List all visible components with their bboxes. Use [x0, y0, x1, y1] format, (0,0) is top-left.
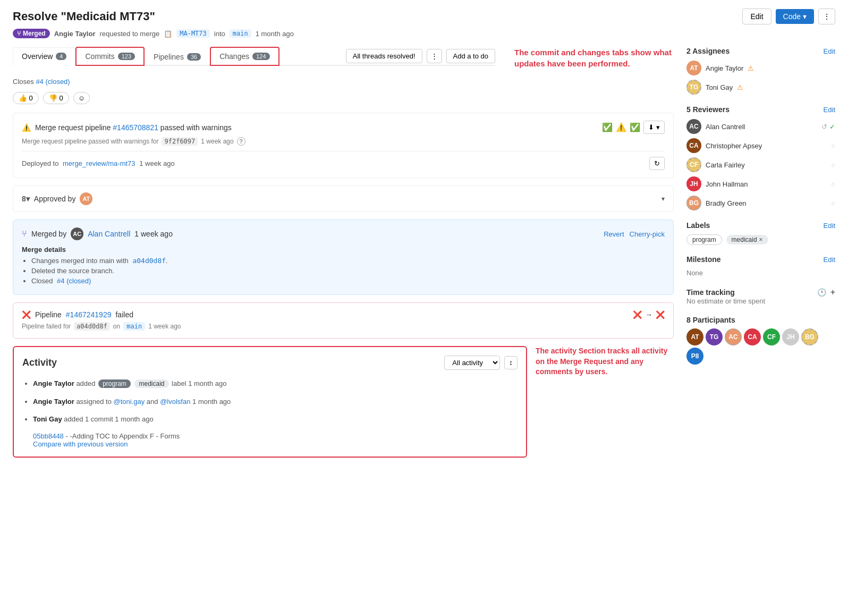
commit-detail: 05bb8448 - -Adding TOC to Appendix F - F…: [22, 432, 518, 448]
warning-icon: ⚠️: [22, 123, 31, 132]
milestone-title: Milestone: [686, 255, 721, 264]
meta-user: Angie Taylor: [54, 30, 96, 38]
assignee-avatar-2: TG: [686, 80, 701, 95]
participants-row: AT TG AC CA CF JH BG P8: [686, 328, 835, 365]
add-time-button[interactable]: +: [830, 288, 835, 297]
pipeline-link[interactable]: #1465708821: [113, 123, 158, 132]
chevron-down-icon: ▾: [803, 12, 807, 21]
failed-commit-hash[interactable]: a04d0d8f: [74, 322, 110, 331]
label-chip-medicaid: medicaid ×: [726, 235, 768, 244]
merged-badge: ⑂ Merged: [13, 29, 50, 38]
compare-link[interactable]: Compare with previous version: [33, 440, 128, 448]
tab-pipelines[interactable]: Pipelines 36: [145, 48, 210, 65]
tabs-annotation: The commit and changes tabs show what up…: [514, 47, 674, 69]
status-orange-icon: ⚠️: [616, 122, 626, 132]
fail-dot-left: ❌: [633, 310, 642, 319]
status-green2-icon: ✅: [630, 122, 640, 132]
tab-changes[interactable]: Changes 124: [210, 47, 279, 66]
revert-button[interactable]: Revert: [604, 230, 624, 238]
merge-commit-link[interactable]: a04d0d8f: [132, 257, 166, 265]
participant-3: AC: [725, 328, 742, 345]
label-remove-icon[interactable]: ×: [759, 236, 763, 243]
target-branch[interactable]: main: [230, 29, 251, 38]
status-green-icon: ✅: [602, 122, 613, 132]
pipeline-sub: Merge request pipeline passed with warni…: [22, 137, 665, 146]
reviewer-avatar-alan: AC: [686, 119, 701, 134]
tab-commits[interactable]: Commits 123: [75, 47, 145, 66]
label-chip-program[interactable]: program: [686, 234, 722, 245]
approver-avatar: AT: [80, 192, 92, 205]
failed-pipeline-link[interactable]: #1467241929: [66, 310, 112, 319]
participant-8: P8: [686, 348, 703, 365]
labels-title: Labels: [686, 221, 710, 230]
clock-icon: 🕐: [817, 288, 826, 297]
closed-issue-link[interactable]: #4 (closed): [57, 277, 91, 285]
reviewer-bradly: BG Bradly Green ○: [686, 196, 835, 210]
refresh-button[interactable]: ↻: [649, 157, 665, 170]
reviewer-avatar-christopher: CA: [686, 138, 701, 153]
mention-lvolsfan[interactable]: @lvolsfan: [160, 398, 190, 406]
activity-filter[interactable]: All activity Comments History: [444, 356, 500, 370]
tab-overview[interactable]: Overview 4: [13, 47, 75, 66]
merged-card: ⑂ Merged by AC Alan Cantrell 1 week ago …: [13, 220, 674, 295]
pipeline-commit-hash[interactable]: 9f2f6097: [162, 137, 198, 146]
sort-button[interactable]: ↕: [504, 356, 518, 369]
merge-icon: ⑂: [17, 30, 21, 37]
copy-icon: 📋: [164, 30, 172, 38]
download-button[interactable]: ⬇ ▾: [643, 121, 665, 134]
reviewers-edit[interactable]: Edit: [824, 106, 835, 114]
label-program: program: [98, 379, 131, 388]
assignees-section: 2 Assignees Edit AT Angie Taylor ⚠ TG To…: [686, 47, 835, 95]
cherry-pick-button[interactable]: Cherry-pick: [630, 230, 665, 238]
reviewer-avatar-carla: CF: [686, 157, 701, 172]
time-tracking-section: Time tracking 🕐 + No estimate or time sp…: [686, 288, 835, 305]
participant-5: CF: [763, 328, 780, 345]
participant-2: TG: [706, 328, 723, 345]
labels-section: Labels Edit program medicaid ×: [686, 221, 835, 244]
activity-item-1: Angie Taylor added program medicaid labe…: [33, 378, 518, 389]
edit-button[interactable]: Edit: [742, 9, 771, 24]
fail-dot-right: ❌: [656, 310, 665, 319]
approved-expand-icon[interactable]: ▾: [662, 195, 665, 202]
commit-hash-link[interactable]: 05bb8448: [33, 432, 64, 440]
reviewers-title: 5 Reviewers: [686, 105, 730, 114]
assignee-warning-icon-2: ⚠: [737, 83, 743, 91]
add-emoji-button[interactable]: ☺: [73, 92, 90, 104]
participants-section: 8 Participants AT TG AC CA CF JH BG P8: [686, 316, 835, 365]
failed-pipeline-branch[interactable]: main: [123, 322, 145, 331]
deploy-link[interactable]: merge_review/ma-mt73: [63, 159, 135, 167]
merge-branch-icon: ⑂: [22, 229, 27, 239]
more-threads-button[interactable]: ⋮: [427, 49, 442, 63]
pending-icon-1: ○: [831, 142, 835, 150]
pending-icon-4: ○: [831, 199, 835, 207]
tabs-bar: Overview 4 Commits 123 Pipelines 36 Chan…: [13, 47, 495, 66]
more-options-button[interactable]: ⋮: [818, 9, 835, 24]
help-icon: ?: [237, 137, 245, 146]
meta-action: requested to merge: [99, 30, 159, 38]
meta-row: ⑂ Merged Angie Taylor requested to merge…: [13, 29, 835, 38]
assignee-warning-icon-1: ⚠: [748, 64, 754, 72]
approved-icon: ✓: [829, 123, 835, 131]
participant-6: JH: [782, 328, 799, 345]
threads-resolved-button[interactable]: All threads resolved!: [346, 49, 422, 63]
reviewer-carla: CF Carla Fairley ○: [686, 157, 835, 172]
thumbs-up-reaction[interactable]: 👍 0: [13, 92, 39, 104]
pipeline-failed-sub: Pipeline failed for a04d0d8f on main 1 w…: [22, 322, 665, 331]
participants-title: 8 Participants: [686, 316, 735, 324]
milestone-edit[interactable]: Edit: [824, 256, 835, 264]
code-button[interactable]: Code ▾: [776, 9, 814, 24]
reviewer-avatar-john: JH: [686, 176, 701, 191]
assignee-avatar-1: AT: [686, 61, 701, 75]
mention-toni[interactable]: @toni.gay: [114, 398, 145, 406]
assignees-edit[interactable]: Edit: [824, 47, 835, 55]
thumbs-down-reaction[interactable]: 👎 0: [43, 92, 69, 104]
merger-name[interactable]: Alan Cantrell: [88, 230, 130, 238]
approved-card: 8▾ Approved by AT ▾: [13, 185, 674, 212]
reviewer-alan: AC Alan Cantrell ↺ ✓: [686, 119, 835, 134]
add-todo-button[interactable]: Add a to do: [446, 49, 496, 63]
labels-row: program medicaid ×: [686, 235, 835, 244]
activity-item-3: Toni Gay added 1 commit 1 month ago: [33, 414, 518, 425]
closes-issue-link[interactable]: #4 (closed): [36, 78, 70, 86]
labels-edit[interactable]: Edit: [824, 222, 835, 230]
source-branch[interactable]: MA-MT73: [176, 29, 210, 38]
